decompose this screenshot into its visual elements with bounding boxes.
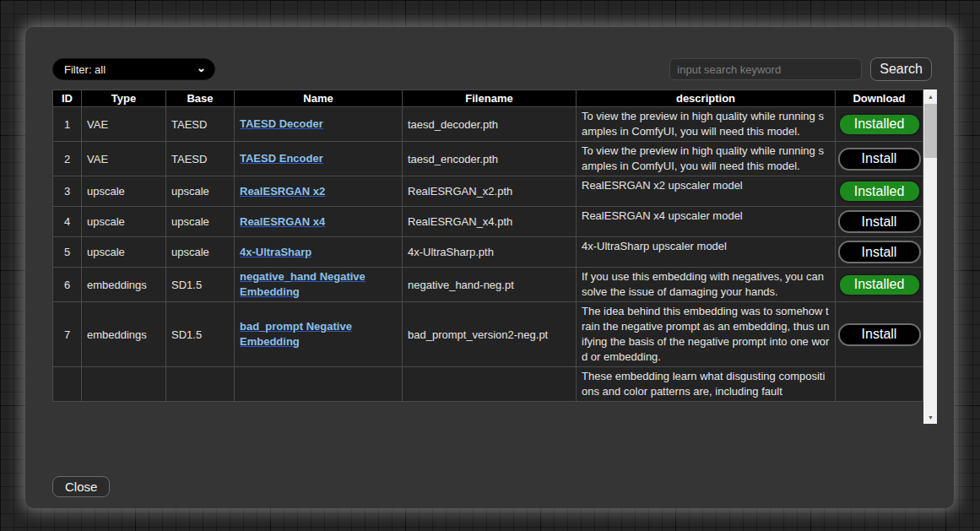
search-input[interactable] [669, 58, 862, 80]
cell-filename: taesd_decoder.pth [403, 107, 577, 142]
col-header-download: Download [836, 90, 923, 107]
table-row: 3upscaleupscaleRealESRGAN x2RealESRGAN_x… [53, 176, 923, 207]
model-name-link[interactable]: RealESRGAN x2 [240, 185, 325, 198]
cell-filename: RealESRGAN_x2.pth [403, 176, 577, 207]
cell-base: upscale [166, 207, 235, 237]
scrollbar-thumb[interactable] [924, 104, 937, 158]
model-table: ID Type Base Name Filename description D… [52, 89, 923, 402]
cell-type: upscale [82, 176, 166, 207]
model-name-link[interactable]: negative_hand Negative Embedding [240, 270, 365, 298]
close-button[interactable]: Close [52, 476, 110, 497]
cell-filename: RealESRGAN_x4.pth [403, 207, 577, 237]
table-body: 1VAETAESDTAESD Decodertaesd_decoder.pthT… [53, 107, 923, 402]
cell-download: Installed [836, 268, 923, 302]
model-name-link[interactable]: TAESD Encoder [240, 152, 323, 165]
cell-base: upscale [166, 176, 235, 207]
install-button[interactable]: Install [838, 241, 921, 263]
cell-description: To view the preview in high quality whil… [577, 107, 836, 142]
cell-base: SD1.5 [166, 302, 235, 367]
description-text: To view the preview in high quality whil… [582, 144, 830, 174]
cell-name: RealESRGAN x2 [235, 176, 403, 207]
cell-base: upscale [166, 237, 235, 268]
cell-id: 7 [53, 302, 82, 367]
description-text: To view the preview in high quality whil… [582, 109, 830, 139]
cell-filename: negative_hand-neg.pt [403, 268, 577, 302]
model-name-link[interactable]: RealESRGAN x4 [240, 215, 325, 228]
cell-type [82, 367, 166, 402]
model-name-link[interactable]: bad_prompt Negative Embedding [240, 320, 352, 348]
cell-description: The idea behind this embedding was to so… [577, 302, 836, 367]
installed-button[interactable]: Installed [838, 274, 921, 296]
cell-base: SD1.5 [166, 268, 235, 302]
cell-name: RealESRGAN x4 [235, 207, 403, 237]
cell-filename: 4x-UltraSharp.pth [403, 237, 577, 268]
cell-id: 6 [53, 268, 82, 302]
col-header-type: Type [82, 90, 166, 107]
install-button[interactable]: Install [838, 210, 921, 233]
cell-description: 4x-UltraSharp upscaler model [577, 237, 836, 268]
table-row: These embedding learn what disgusting co… [53, 367, 923, 402]
cell-description: To view the preview in high quality whil… [577, 142, 836, 176]
installed-button[interactable]: Installed [838, 113, 921, 136]
table-row: 7embeddingsSD1.5bad_prompt Negative Embe… [53, 302, 923, 367]
cell-base: TAESD [166, 142, 235, 176]
cell-filename: taesd_encoder.pth [403, 142, 577, 176]
cell-type: upscale [82, 207, 166, 237]
cell-name: bad_prompt Negative Embedding [235, 302, 403, 367]
install-button[interactable]: Install [838, 323, 921, 346]
cell-id: 4 [53, 207, 82, 237]
cell-name: TAESD Encoder [235, 142, 403, 176]
cell-description: RealESRGAN x2 upscaler model [577, 176, 836, 207]
search-button[interactable]: Search [870, 57, 932, 81]
table-row: 1VAETAESDTAESD Decodertaesd_decoder.pthT… [53, 107, 923, 142]
toolbar: Filter: all ⌄ Search [52, 57, 937, 81]
table-row: 2VAETAESDTAESD Encodertaesd_encoder.pthT… [53, 142, 923, 176]
description-text: If you use this embedding with negatives… [582, 269, 830, 300]
cell-description: These embedding learn what disgusting co… [577, 367, 836, 402]
cell-filename: bad_prompt_version2-neg.pt [403, 302, 577, 367]
cell-id: 1 [53, 107, 82, 142]
cell-id: 5 [53, 237, 82, 268]
search-group: Search [669, 57, 932, 81]
model-name-link[interactable]: 4x-UltraSharp [240, 246, 311, 258]
filter-select-wrap: Filter: all ⌄ [52, 58, 215, 80]
description-text: RealESRGAN x4 upscaler model [582, 209, 830, 224]
model-table-container: ID Type Base Name Filename description D… [52, 89, 937, 424]
table-row: 4upscaleupscaleRealESRGAN x4RealESRGAN_x… [53, 207, 923, 237]
cell-description: If you use this embedding with negatives… [577, 268, 836, 302]
table-row: 6embeddingsSD1.5negative_hand Negative E… [53, 268, 923, 302]
scrollbar-down-arrow-icon[interactable]: ▼ [923, 410, 937, 424]
model-name-link[interactable]: TAESD Decoder [240, 117, 323, 130]
cell-download [836, 367, 923, 402]
col-header-id: ID [53, 90, 82, 107]
scrollbar-up-arrow-icon[interactable]: ▲ [923, 89, 937, 103]
cell-download: Install [836, 302, 923, 367]
table-row: 5upscaleupscale4x-UltraSharp4x-UltraShar… [53, 237, 923, 268]
cell-download: Installed [836, 176, 923, 207]
cell-name: negative_hand Negative Embedding [235, 268, 403, 302]
cell-name: 4x-UltraSharp [235, 237, 403, 268]
cell-id: 3 [53, 176, 82, 207]
cell-base: TAESD [166, 107, 235, 142]
model-manager-dialog: Filter: all ⌄ Search ID Type Base Name F [25, 27, 954, 508]
cell-name: TAESD Decoder [235, 107, 403, 142]
install-button[interactable]: Install [838, 148, 921, 171]
cell-download: Install [836, 142, 923, 176]
cell-id [53, 367, 82, 402]
cell-type: embeddings [82, 268, 166, 302]
cell-download: Install [836, 237, 923, 268]
col-header-name: Name [235, 90, 403, 107]
description-text: The idea behind this embedding was to so… [582, 304, 830, 365]
cell-type: upscale [82, 237, 166, 268]
col-header-base: Base [166, 90, 235, 107]
cell-type: embeddings [82, 302, 166, 367]
table-scrollbar[interactable]: ▲ ▼ [923, 89, 937, 424]
description-text: 4x-UltraSharp upscaler model [582, 239, 830, 254]
filter-select[interactable]: Filter: all [52, 58, 215, 80]
cell-type: VAE [82, 142, 166, 176]
cell-type: VAE [82, 107, 166, 142]
cell-base [166, 367, 235, 402]
cell-id: 2 [53, 142, 82, 176]
installed-button[interactable]: Installed [838, 180, 921, 203]
cell-name [235, 367, 403, 402]
